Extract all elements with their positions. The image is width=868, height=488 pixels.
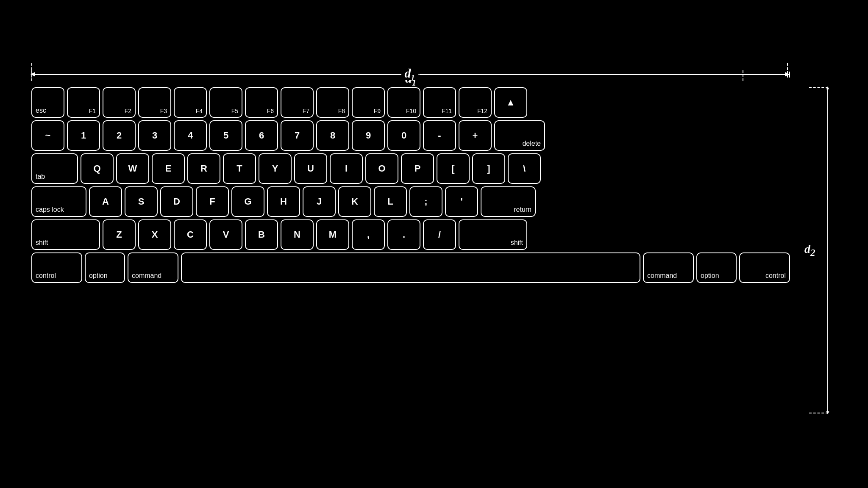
- key-capslock[interactable]: caps lock: [31, 186, 86, 217]
- key-j[interactable]: J: [303, 186, 336, 217]
- key-w[interactable]: W: [116, 153, 149, 184]
- key-n[interactable]: N: [281, 219, 314, 250]
- key-m[interactable]: M: [316, 219, 349, 250]
- key-l[interactable]: L: [374, 186, 407, 217]
- key-1[interactable]: 1: [67, 120, 100, 151]
- key-return[interactable]: return: [481, 186, 536, 217]
- key-o[interactable]: O: [365, 153, 398, 184]
- key-f1[interactable]: F1: [67, 87, 100, 118]
- key-h[interactable]: H: [267, 186, 300, 217]
- key-i[interactable]: I: [330, 153, 363, 184]
- key-shift-left[interactable]: shift: [31, 219, 100, 250]
- key-f12[interactable]: F12: [459, 87, 492, 118]
- key-c[interactable]: C: [174, 219, 207, 250]
- key-space[interactable]: [181, 252, 640, 283]
- key-f2[interactable]: F2: [103, 87, 136, 118]
- key-control-left[interactable]: control: [31, 252, 82, 283]
- key-d[interactable]: D: [160, 186, 193, 217]
- key-quote[interactable]: ': [445, 186, 478, 217]
- d1-line-overlay: ◀ ▶: [31, 74, 788, 75]
- key-x[interactable]: X: [138, 219, 171, 250]
- number-key-row: ~ 1 2 3 4 5 6 7 8 9 0 - + delete: [31, 120, 790, 151]
- key-f11[interactable]: F11: [423, 87, 456, 118]
- key-f[interactable]: F: [196, 186, 229, 217]
- key-b[interactable]: B: [245, 219, 278, 250]
- key-e[interactable]: E: [152, 153, 185, 184]
- key-period[interactable]: .: [387, 219, 420, 250]
- function-key-row: esc F1 F2 F3 F4 F5 F6 F7 F8 F9 F10 F11 F…: [31, 87, 790, 118]
- key-3[interactable]: 3: [138, 120, 171, 151]
- key-option-left[interactable]: option: [85, 252, 125, 283]
- key-5[interactable]: 5: [209, 120, 242, 151]
- keyboard: esc F1 F2 F3 F4 F5 F6 F7 F8 F9 F10 F11 F…: [31, 87, 790, 413]
- modifier-key-row: control option command command option co…: [31, 252, 790, 283]
- key-u[interactable]: U: [294, 153, 327, 184]
- key-lbracket[interactable]: [: [437, 153, 470, 184]
- dimension-d1: d1: [31, 66, 790, 83]
- key-z[interactable]: Z: [103, 219, 136, 250]
- key-delete[interactable]: delete: [494, 120, 545, 151]
- key-comma[interactable]: ,: [352, 219, 385, 250]
- key-k[interactable]: K: [338, 186, 371, 217]
- key-r[interactable]: R: [187, 153, 220, 184]
- key-f8[interactable]: F8: [316, 87, 349, 118]
- key-tab[interactable]: tab: [31, 153, 78, 184]
- dimension-d2: ▲ ▼ d2: [807, 87, 828, 413]
- key-backslash[interactable]: \: [508, 153, 541, 184]
- key-semicolon[interactable]: ;: [409, 186, 442, 217]
- key-y[interactable]: Y: [259, 153, 292, 184]
- key-f4[interactable]: F4: [174, 87, 207, 118]
- key-f5[interactable]: F5: [209, 87, 242, 118]
- key-t[interactable]: T: [223, 153, 256, 184]
- key-f6[interactable]: F6: [245, 87, 278, 118]
- key-f10[interactable]: F10: [387, 87, 420, 118]
- shift-key-row: shift Z X C V B N M , . / shift: [31, 219, 790, 250]
- key-4[interactable]: 4: [174, 120, 207, 151]
- key-s[interactable]: S: [125, 186, 158, 217]
- key-minus[interactable]: -: [423, 120, 456, 151]
- key-6[interactable]: 6: [245, 120, 278, 151]
- key-plus[interactable]: +: [459, 120, 492, 151]
- key-f9[interactable]: F9: [352, 87, 385, 118]
- key-9[interactable]: 9: [352, 120, 385, 151]
- d1-bracket-right: [743, 70, 743, 81]
- key-esc[interactable]: esc: [31, 87, 64, 118]
- key-g[interactable]: G: [231, 186, 264, 217]
- key-f7[interactable]: F7: [281, 87, 314, 118]
- key-slash[interactable]: /: [423, 219, 456, 250]
- d1-label: d1: [402, 70, 420, 88]
- key-shift-right[interactable]: shift: [459, 219, 527, 250]
- caps-key-row: caps lock A S D F G H J K L ; ' return: [31, 186, 790, 217]
- key-8[interactable]: 8: [316, 120, 349, 151]
- key-p[interactable]: P: [401, 153, 434, 184]
- d2-label: d2: [803, 241, 817, 260]
- key-a[interactable]: A: [89, 186, 122, 217]
- tab-key-row: tab Q W E R T Y U I O P [ ] \: [31, 153, 790, 184]
- key-7[interactable]: 7: [281, 120, 314, 151]
- key-0[interactable]: 0: [387, 120, 420, 151]
- key-control-right[interactable]: control: [739, 252, 790, 283]
- key-v[interactable]: V: [209, 219, 242, 250]
- key-eject[interactable]: ▲: [494, 87, 527, 118]
- key-q[interactable]: Q: [81, 153, 114, 184]
- key-tilde[interactable]: ~: [31, 120, 64, 151]
- key-f3[interactable]: F3: [138, 87, 171, 118]
- key-command-left[interactable]: command: [128, 252, 178, 283]
- main-container: d1 esc F1 F2 F3 F4 F5 F6 F7 F8 F9 F10 F1…: [31, 53, 837, 435]
- key-option-right[interactable]: option: [696, 252, 737, 283]
- key-2[interactable]: 2: [103, 120, 136, 151]
- key-rbracket[interactable]: ]: [472, 153, 505, 184]
- key-command-right[interactable]: command: [643, 252, 694, 283]
- d2-line: ▲ ▼: [827, 87, 828, 413]
